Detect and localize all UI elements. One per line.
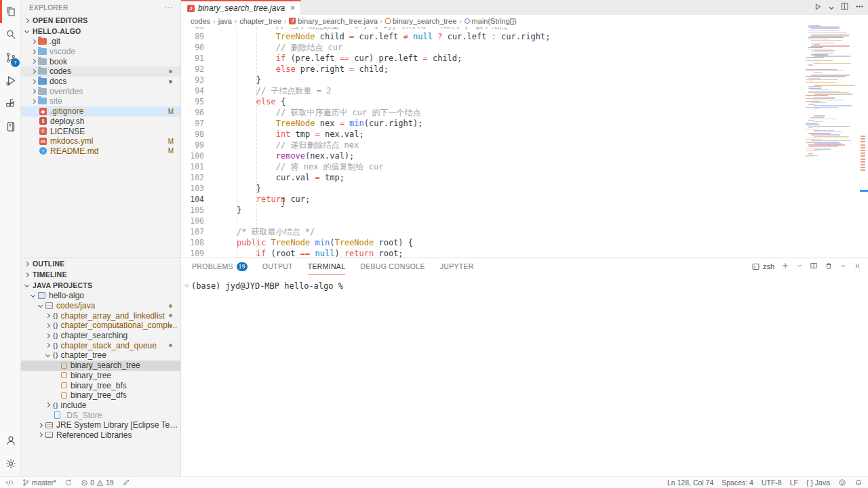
activity-settings-gear-icon[interactable] [0, 452, 21, 475]
open-editors-label: OPEN EDITORS [33, 16, 88, 24]
java-project-item-binary-tree-dfs[interactable]: binary_tree_dfs [21, 390, 180, 401]
workspace-root[interactable]: HELLO-ALGO [21, 26, 180, 37]
chevron-right-icon [24, 18, 29, 22]
section-outline[interactable]: OUTLINE [21, 258, 180, 269]
split-terminal-button[interactable] [810, 262, 818, 271]
file-tree-item--gitignore[interactable]: ◆.gitignoreM [21, 106, 180, 117]
minimap-line [806, 82, 835, 83]
item-label: binary_tree_bfs [71, 381, 127, 390]
maximize-panel-button[interactable] [840, 262, 847, 271]
panel-tab-problems[interactable]: PROBLEMS19 [192, 258, 248, 274]
split-editor-button[interactable] [840, 2, 849, 13]
breadcrumb-item[interactable]: java [218, 17, 232, 25]
new-terminal-button[interactable] [781, 262, 789, 271]
java-project-item-referenced-libraries[interactable]: Referenced Libraries [21, 430, 180, 441]
line-number: 109 [181, 248, 212, 258]
run-dropdown-chevron-icon[interactable] [829, 3, 834, 13]
java-project-item-chapter-stack-and-queue[interactable]: { }chapter_stack_and_queue [21, 340, 180, 350]
java-project-item--ds-store[interactable]: .DS_Store [21, 410, 180, 420]
status-bell-icon[interactable] [854, 479, 863, 487]
breadcrumb-item[interactable]: Jbinary_search_tree.java [289, 17, 377, 25]
java-project-item-binary-search-tree[interactable]: binary_search_tree [21, 361, 180, 371]
status-sync-icon[interactable] [64, 479, 73, 487]
activity-source-control-icon[interactable]: 7 [0, 46, 21, 69]
java-project-item-chapter-computational-complexity[interactable]: { }chapter_computational_complexity [21, 321, 180, 331]
minimap[interactable] [806, 24, 860, 254]
open-editors-section[interactable]: OPEN EDITORS [21, 15, 180, 26]
java-project-item-binary-tree-bfs[interactable]: binary_tree_bfs [21, 380, 180, 390]
status-utf-8[interactable]: UTF-8 [762, 479, 782, 487]
chevron-right-icon [31, 89, 36, 94]
panel-tab-output[interactable]: OUTPUT [262, 258, 293, 274]
java-project-item-include[interactable]: { }include [21, 401, 180, 411]
chevron-right-icon [45, 313, 50, 318]
breadcrumb-item[interactable]: codes [191, 17, 210, 25]
breadcrumb-separator: › [459, 18, 461, 25]
item-label: binary_tree_dfs [71, 390, 127, 400]
breadcrumb-item[interactable]: binary_search_tree [385, 17, 456, 25]
file-tree-item-site[interactable]: site [21, 96, 180, 106]
section-java-projects[interactable]: JAVA PROJECTS [21, 280, 180, 291]
file-tree-item-book[interactable]: book [21, 56, 180, 66]
code-editor[interactable]: 88 // 当子结点数量 = 0 / 1 时, child = null / 该… [181, 27, 805, 258]
line-number: 89 [181, 31, 212, 42]
file-tree-item-readme-md[interactable]: iREADME.mdM [21, 146, 180, 157]
file-tree-item-vscode[interactable]: vscode [21, 47, 180, 57]
close-panel-button[interactable] [854, 262, 861, 271]
status-git-branch-icon[interactable]: master* [22, 479, 56, 487]
file-tree-item--git[interactable]: .git [21, 37, 180, 47]
kill-terminal-button[interactable] [825, 262, 833, 271]
file-tree-item-mkdocs-yml[interactable]: mmkdocs.ymlM [21, 136, 180, 146]
file-tree-item-license[interactable]: ©LICENSE [21, 126, 180, 136]
activity-notebook-icon[interactable] [0, 115, 21, 138]
activity-extensions-icon[interactable] [0, 92, 21, 115]
java-project-item-chapter-tree[interactable]: { }chapter_tree [21, 350, 180, 361]
activity-account-icon[interactable] [0, 429, 21, 452]
item-label: chapter_tree [61, 350, 106, 360]
file-tree-item-deploy-sh[interactable]: $deploy.sh [21, 117, 180, 127]
item-label: include [61, 401, 87, 410]
status-ln-128-col-74[interactable]: Ln 128, Col 74 [667, 479, 713, 487]
file-tree-item-docs[interactable]: docs [21, 77, 180, 87]
breadcrumb-item[interactable]: chapter_tree [239, 17, 281, 25]
activity-search-icon[interactable] [0, 23, 21, 46]
status-feedback-icon[interactable] [838, 479, 846, 487]
activity-run-debug-icon[interactable] [0, 69, 21, 92]
java-project-item-chapter-array-and-linkedlist[interactable]: { }chapter_array_and_linkedlist [21, 310, 180, 321]
overview-ruler[interactable] [860, 15, 868, 258]
activity-files-icon[interactable] [0, 0, 21, 23]
status--java[interactable]: { } Java [806, 479, 830, 487]
problem-marker [861, 144, 865, 146]
panel-tab-label: OUTPUT [262, 262, 293, 270]
status-errors-warnings-icon[interactable]: 019 [81, 479, 114, 487]
sidebar-lower-sections: OUTLINETIMELINEJAVA PROJECTShello-algoco… [21, 258, 180, 440]
breadcrumb-item[interactable]: main(String[]) [465, 17, 517, 25]
file-tree-item-overrides[interactable]: overrides [21, 86, 180, 96]
java-project-item-hello-algo[interactable]: hello-algo [21, 291, 180, 301]
panel-tab-jupyter[interactable]: JUPYTER [440, 258, 474, 274]
section-timeline[interactable]: TIMELINE [21, 269, 180, 280]
status-spaces-4[interactable]: Spaces: 4 [722, 479, 753, 487]
more-actions-button[interactable] [855, 2, 864, 13]
close-icon[interactable]: × [290, 3, 295, 13]
terminal[interactable]: (base) jyd@JYD-MBP hello-algo % [181, 274, 868, 291]
line-number: 99 [181, 140, 212, 150]
tab-binary-search-tree[interactable]: J binary_search_tree.java × [181, 0, 301, 15]
file-tree-item-codes[interactable]: codes [21, 66, 180, 77]
terminal-dropdown-chevron-icon[interactable] [796, 262, 803, 270]
panel-tab-debug-console[interactable]: DEBUG CONSOLE [360, 258, 425, 274]
line-number: 105 [181, 205, 212, 216]
java-project-item-binary-tree[interactable]: binary_tree [21, 371, 180, 381]
status-remote-icon[interactable] [5, 479, 14, 487]
status-rocket-icon[interactable] [122, 479, 130, 487]
code-line-98: 98 int tmp = nex.val; [181, 129, 364, 140]
java-project-item-codes-java[interactable]: codes/java [21, 301, 180, 311]
java-project-item-jre-system-library-eclipse-temurin-17-17-[interactable]: JRE System Library [Eclipse Temurin 17 [… [21, 420, 180, 430]
sidebar-more-button[interactable]: ··· [165, 4, 174, 12]
status-lf[interactable]: LF [790, 479, 798, 487]
run-button[interactable] [813, 2, 823, 14]
minimap-line [808, 146, 838, 147]
java-project-item-chapter-searching[interactable]: { }chapter_searching [21, 331, 180, 341]
panel-tab-terminal[interactable]: TERMINAL [308, 258, 346, 274]
terminal-profile-select[interactable]: zsh [751, 262, 774, 271]
